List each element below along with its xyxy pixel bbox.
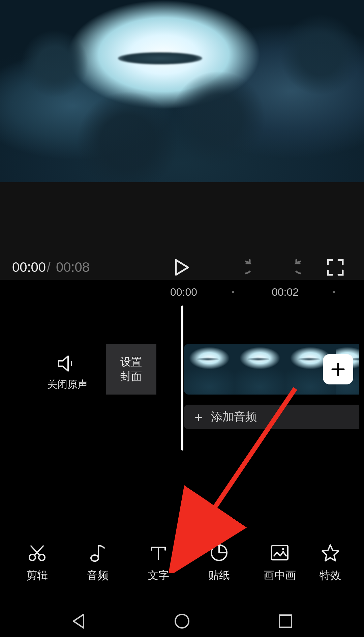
plus-icon: [330, 361, 346, 377]
svg-rect-16: [279, 615, 292, 627]
undo-button[interactable]: [243, 256, 266, 279]
svg-rect-13: [272, 546, 288, 560]
redo-button[interactable]: [280, 256, 303, 279]
nav-back[interactable]: [65, 608, 92, 635]
add-audio-label: 添加音频: [211, 409, 257, 425]
svg-point-14: [282, 548, 284, 550]
plus-icon: ＋: [192, 408, 205, 426]
play-button[interactable]: [170, 256, 194, 279]
volume-icon: [57, 355, 78, 372]
tool-sticker[interactable]: 贴纸: [189, 534, 249, 592]
player-controls: 00:00 / 00:08: [0, 182, 364, 280]
bottom-toolbar: 剪辑 音频 文字 贴纸: [0, 534, 364, 592]
tool-label: 文字: [148, 568, 169, 583]
add-clip-button[interactable]: [323, 354, 353, 384]
tool-pip[interactable]: 画中画: [249, 534, 310, 592]
pip-icon: [270, 543, 289, 562]
set-cover-button[interactable]: 设置 封面: [106, 344, 156, 395]
cover-line1: 设置: [120, 355, 142, 369]
svg-point-15: [175, 614, 189, 628]
tool-cut[interactable]: 剪辑: [7, 534, 67, 592]
note-icon: [88, 543, 107, 562]
tool-label: 剪辑: [26, 568, 48, 583]
sticker-icon: [210, 543, 229, 562]
ruler-dot: [232, 291, 234, 293]
back-icon: [71, 613, 86, 629]
star-icon: [321, 543, 340, 562]
fullscreen-icon: [327, 259, 344, 276]
scissors-icon: [28, 543, 47, 562]
mute-label: 关闭原声: [40, 378, 94, 392]
time-separator: /: [47, 260, 51, 275]
text-icon: [149, 543, 168, 562]
cover-line2: 封面: [120, 369, 142, 384]
nav-recent[interactable]: [272, 608, 299, 635]
current-time: 00:00: [12, 260, 46, 275]
mute-original-sound[interactable]: 关闭原声: [40, 344, 94, 395]
ruler-dot: [333, 291, 335, 293]
clip-thumb[interactable]: [184, 344, 235, 395]
play-icon: [175, 259, 189, 276]
total-time: 00:08: [56, 260, 90, 275]
ruler-tick-0: 00:00: [170, 286, 197, 298]
tool-label: 特效: [320, 568, 341, 583]
recent-icon: [278, 614, 293, 629]
svg-point-8: [91, 555, 98, 561]
android-navbar: [0, 605, 364, 637]
clip-thumb[interactable]: [235, 344, 285, 395]
tool-label: 音频: [87, 568, 109, 583]
tool-label: 画中画: [264, 568, 296, 583]
redo-icon: [282, 259, 301, 276]
video-preview[interactable]: [0, 0, 364, 182]
tool-text[interactable]: 文字: [128, 534, 189, 592]
nav-home[interactable]: [169, 608, 195, 635]
tool-effect[interactable]: 特效: [310, 534, 351, 592]
add-audio-track[interactable]: ＋ 添加音频: [184, 405, 359, 429]
timeline-ruler[interactable]: 00:00 00:02: [0, 280, 364, 303]
undo-icon: [245, 259, 264, 276]
playhead[interactable]: [181, 306, 183, 451]
ruler-tick-1: 00:02: [272, 286, 299, 298]
fullscreen-button[interactable]: [324, 256, 347, 279]
home-icon: [174, 613, 190, 630]
video-editor-screen: 00:00 / 00:08 00:00 00:0: [0, 0, 364, 637]
tool-label: 贴纸: [208, 568, 230, 583]
tool-audio[interactable]: 音频: [67, 534, 128, 592]
